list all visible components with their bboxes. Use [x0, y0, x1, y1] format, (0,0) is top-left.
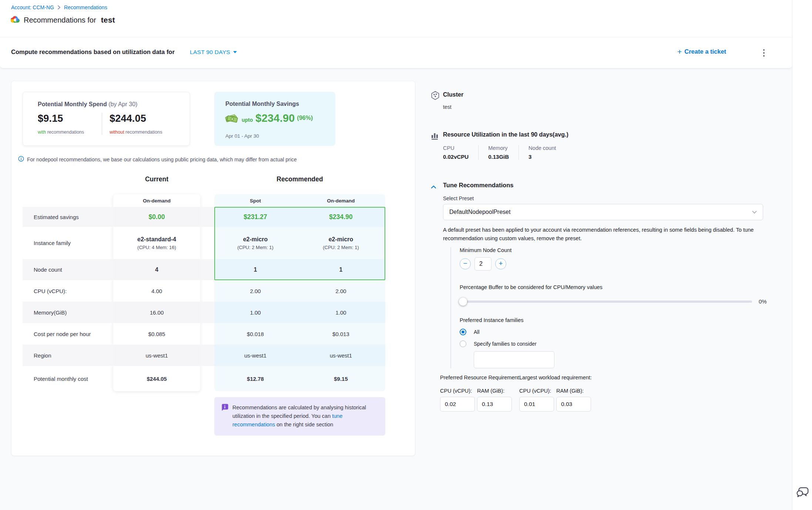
savings-period: Apr 01 - Apr 30	[225, 133, 259, 139]
preset-dropdown[interactable]: DefaultNodepoolPreset	[443, 204, 763, 220]
buffer-slider-track[interactable]	[460, 301, 752, 303]
comparison-table-body: On-demand Spot On-demand Estimated savin…	[23, 194, 385, 391]
pricing-disclaimer: For nodepool recommendations, we base ou…	[18, 156, 297, 163]
cell-spot: 2.00	[214, 280, 296, 302]
preferred-cpu-label: CPU (vCPU):	[440, 388, 472, 394]
compute-toolbar: Compute recommendations based on utiliza…	[0, 37, 792, 68]
cell-current: 16.00	[113, 302, 200, 323]
largest-workload-requirement-heading: Largest workload requirement:	[519, 375, 592, 380]
increment-button[interactable]: +	[495, 258, 506, 269]
bar-chart-icon	[431, 132, 439, 141]
info-circle-icon	[18, 156, 24, 163]
row-label: Node count	[23, 259, 113, 280]
tune-recommendations-heading: Tune Recommendations	[443, 182, 513, 189]
preset-applied-note: A default preset has been applied to you…	[443, 226, 758, 243]
tune-controls-group: Minimum Node Count − + Percentage Buffer…	[450, 247, 769, 368]
radio-unchecked-icon	[460, 340, 466, 347]
table-row-cpu: CPU (vCPU): 4.00 2.00 2.00	[23, 280, 385, 302]
spend-without-value: $244.05	[110, 113, 162, 124]
preferred-cpu-input[interactable]	[440, 397, 475, 412]
cell-spot: e2-micro(CPU: 2 Mem: 1)	[214, 227, 296, 259]
comparison-table: Current Recommended On-demand Spot On-de…	[23, 175, 385, 391]
stat-value: 0.13GiB	[488, 154, 509, 160]
select-preset-label: Select Preset	[443, 195, 474, 201]
spend-without-label: without recommendations	[110, 130, 162, 135]
preferred-ram-label: RAM (GiB):	[477, 388, 504, 394]
stat-value: 0.02vCPU	[443, 154, 469, 160]
info-bubble-icon	[221, 403, 229, 429]
cell-spot: $231.27	[214, 207, 296, 227]
compute-label: Compute recommendations based on utiliza…	[11, 48, 175, 56]
collapse-chevron-up-icon[interactable]	[431, 184, 436, 191]
cluster-heading: Cluster	[443, 91, 463, 98]
pricing-disclaimer-text: For nodepool recommendations, we base ou…	[27, 157, 297, 162]
table-subheader-row: On-demand Spot On-demand	[23, 194, 385, 207]
help-chat-icon[interactable]	[796, 486, 809, 498]
largest-ram-input[interactable]	[556, 397, 591, 412]
col-header-current-ondemand: On-demand	[113, 194, 200, 207]
percentage-buffer-label: Percentage Buffer to be considered for C…	[460, 284, 769, 290]
resource-utilization-stats: CPU 0.02vCPU Memory 0.13GiB Node count 3	[443, 145, 556, 160]
radio-all-label: All	[474, 329, 480, 335]
minimum-node-count-label: Minimum Node Count	[460, 247, 769, 253]
cell-ondemand: e2-micro(CPU: 2 Mem: 1)	[296, 227, 385, 259]
money-banknotes-icon	[225, 112, 239, 124]
table-row-cost-per-node: Cost per node per hour $0.085 $0.018 $0.…	[23, 323, 385, 345]
calculation-note: Recommendations are calculated by analys…	[214, 397, 385, 436]
largest-cpu-label: CPU (vCPU):	[519, 388, 551, 394]
table-row-potential-monthly-cost: Potential monthly cost $244.05 $12.78 $9…	[23, 366, 385, 391]
divider	[519, 145, 519, 160]
cell-ondemand: 1	[296, 259, 385, 280]
cell-ondemand: 2.00	[296, 280, 385, 302]
radio-option-all[interactable]: All	[460, 329, 769, 335]
cell-ondemand: 1.00	[296, 302, 385, 323]
cell-current: $0.00	[113, 207, 200, 227]
row-label: Instance family	[23, 227, 113, 259]
cell-ondemand: $0.013	[296, 323, 385, 345]
spend-title-text: Potential Monthly Spend	[38, 101, 107, 107]
node-count-input[interactable]	[474, 257, 491, 271]
buffer-slider-thumb[interactable]	[459, 298, 467, 306]
families-to-consider-input[interactable]	[474, 351, 554, 368]
row-label: CPU (vCPU):	[23, 280, 113, 302]
stat-label: Node count	[529, 145, 556, 151]
caret-down-icon	[233, 51, 237, 53]
table-row-region: Region us-west1 us-west1 us-west1	[23, 345, 385, 366]
spend-without-recommendations: $244.05 without recommendations	[102, 113, 162, 135]
more-options-menu[interactable]	[759, 47, 768, 58]
decrement-button[interactable]: −	[460, 258, 471, 269]
stat-label: Memory	[488, 145, 509, 151]
cell-spot: 1	[214, 259, 296, 280]
savings-upto-label: upto	[242, 117, 253, 123]
right-rail	[792, 0, 812, 510]
preferred-ram-input[interactable]	[477, 397, 512, 412]
page-header: Account: CCM-NG Recommendations	[0, 0, 792, 68]
stat-label: CPU	[443, 145, 469, 151]
recommendation-summary-card: Potential Monthly Spend (by Apr 30) $9.1…	[11, 81, 415, 456]
breadcrumb-account-link[interactable]: Account: CCM-NG	[11, 4, 54, 10]
period-dropdown[interactable]: LAST 90 DAYS	[190, 49, 237, 56]
group-header-current: Current	[113, 175, 200, 183]
row-label: Estimated savings	[23, 207, 113, 227]
create-ticket-label: Create a ticket	[684, 48, 726, 55]
cell-spot: $12.78	[214, 366, 296, 391]
largest-cpu-input[interactable]	[519, 397, 554, 412]
col-header-spot: Spot	[214, 194, 296, 207]
breadcrumb-recommendations-link[interactable]: Recommendations	[64, 4, 107, 10]
buffer-slider-value: 0%	[759, 298, 767, 305]
spend-card-title: Potential Monthly Spend (by Apr 30)	[38, 101, 137, 108]
divider	[478, 145, 479, 160]
gcp-cloud-icon	[11, 16, 20, 24]
stat-cpu: CPU 0.02vCPU	[443, 145, 469, 160]
potential-monthly-spend-card: Potential Monthly Spend (by Apr 30) $9.1…	[23, 92, 190, 146]
group-header-recommended: Recommended	[214, 175, 385, 183]
largest-ram-label: RAM (GiB):	[556, 388, 584, 394]
cell-current: $0.085	[113, 323, 200, 345]
create-ticket-button[interactable]: + Create a ticket	[677, 48, 726, 55]
radio-option-specify-families[interactable]: Specify families to consider	[460, 340, 769, 347]
recommendations-page: Account: CCM-NG Recommendations	[0, 0, 812, 510]
cluster-name: test	[443, 104, 452, 110]
row-label: Potential monthly cost	[23, 366, 113, 391]
potential-monthly-savings-card: Potential Monthly Savings upto $234.90 (…	[214, 92, 335, 146]
spend-with-value: $9.15	[38, 113, 102, 124]
